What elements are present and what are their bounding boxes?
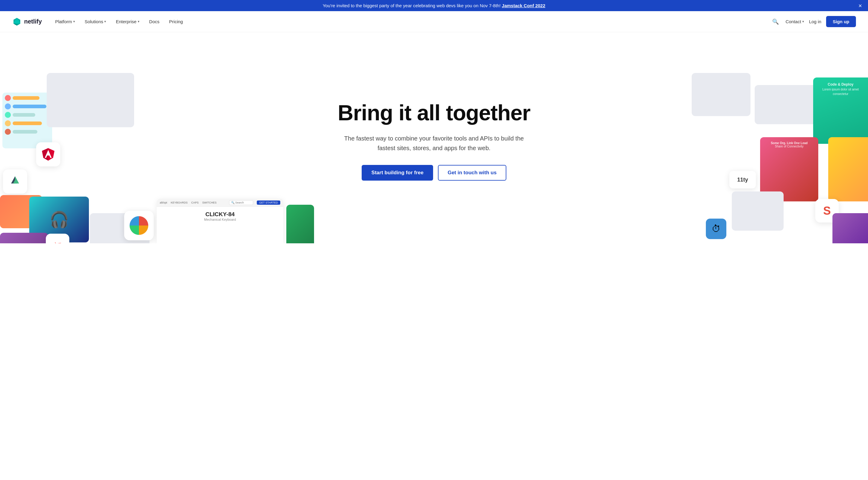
hero-section: 🎧 🐙 Code & Deploy Lorem ipsum dolor sit … <box>0 32 868 243</box>
banner-link[interactable]: Jamstack Conf 2022 <box>502 3 545 8</box>
float-clock-icon: ⏱ <box>706 218 726 239</box>
signup-button[interactable]: Sign up <box>826 16 856 27</box>
float-purple-left <box>0 233 48 243</box>
nav-solutions[interactable]: Solutions ▾ <box>81 17 111 27</box>
nav-docs[interactable]: Docs <box>145 17 164 27</box>
contact-label: Contact <box>785 19 801 24</box>
float-gray-tr2 <box>755 85 817 124</box>
header: netlify Platform ▾ Solutions ▾ Enterpris… <box>0 11 868 32</box>
start-building-button[interactable]: Start building for free <box>362 165 433 181</box>
float-gray-tr1 <box>692 73 750 116</box>
nav-pricing-label: Pricing <box>169 19 183 24</box>
search-icon: 🔍 <box>772 19 779 25</box>
float-yellow-card <box>828 137 868 202</box>
nav-pricing[interactable]: Pricing <box>165 17 187 27</box>
nav-enterprise-chevron: ▾ <box>138 20 140 24</box>
keyboard-subtitle: Mechanical Keyboard <box>161 218 278 221</box>
float-green-card <box>286 205 314 243</box>
search-button[interactable]: 🔍 <box>770 17 781 27</box>
header-right: 🔍 Contact ▾ Log in Sign up <box>770 16 856 27</box>
nav-solutions-label: Solutions <box>85 19 103 24</box>
float-11ty-badge: 11ty <box>730 171 756 188</box>
keyboard-search[interactable] <box>229 200 253 205</box>
contact-chevron: ▾ <box>802 20 804 24</box>
float-wappalyzer-icon: 🐙 <box>46 234 69 243</box>
logo-text: netlify <box>24 18 42 25</box>
nav-enterprise-label: Enterprise <box>116 19 136 24</box>
nav-platform-label: Platform <box>55 19 72 24</box>
s-letter: S <box>823 204 831 217</box>
banner-close-button[interactable]: × <box>858 3 862 9</box>
nav-solutions-chevron: ▾ <box>104 20 106 24</box>
main-nav: Platform ▾ Solutions ▾ Enterprise ▾ Docs… <box>51 17 187 27</box>
get-in-touch-button[interactable]: Get in touch with us <box>438 165 506 181</box>
nav-docs-label: Docs <box>149 19 159 24</box>
svg-rect-3 <box>47 154 49 155</box>
float-chat-ui <box>2 93 52 148</box>
float-angular-icon <box>36 142 60 167</box>
float-keyboard-card: alt/opt KEYBOARDS CAPS SWITCHES GET STAR… <box>157 199 283 243</box>
float-c-icon <box>124 211 154 240</box>
float-purple-right <box>832 213 868 243</box>
float-vue-icon <box>3 170 27 193</box>
float-teal-right: Code & Deploy Lorem ipsum dolor sit amet… <box>813 78 868 144</box>
contact-dropdown[interactable]: Contact ▾ <box>785 19 804 24</box>
logo-icon <box>12 17 22 27</box>
keyboard-name: CLICKY-84 <box>161 211 278 218</box>
float-gray-tl <box>47 73 134 127</box>
logo[interactable]: netlify <box>12 17 42 27</box>
hero-title: Bring it all together <box>338 101 530 125</box>
float-gray-tr3 <box>732 191 784 231</box>
login-button[interactable]: Log in <box>809 19 821 24</box>
keyboard-get-started[interactable]: GET STARTED <box>257 201 280 205</box>
eleventy-text: 11ty <box>737 177 748 183</box>
nav-enterprise[interactable]: Enterprise ▾ <box>112 17 144 27</box>
hero-buttons: Start building for free Get in touch wit… <box>338 165 530 181</box>
hero-subtitle: The fastest way to combine your favorite… <box>338 133 530 153</box>
hero-content: Bring it all together The fastest way to… <box>338 101 530 180</box>
banner-text: You're invited to the biggest party of t… <box>323 3 501 8</box>
keyboard-brand: alt/opt <box>160 201 167 204</box>
nav-platform-chevron: ▾ <box>73 20 75 24</box>
announcement-banner: You're invited to the biggest party of t… <box>0 0 868 11</box>
nav-platform[interactable]: Platform ▾ <box>51 17 79 27</box>
